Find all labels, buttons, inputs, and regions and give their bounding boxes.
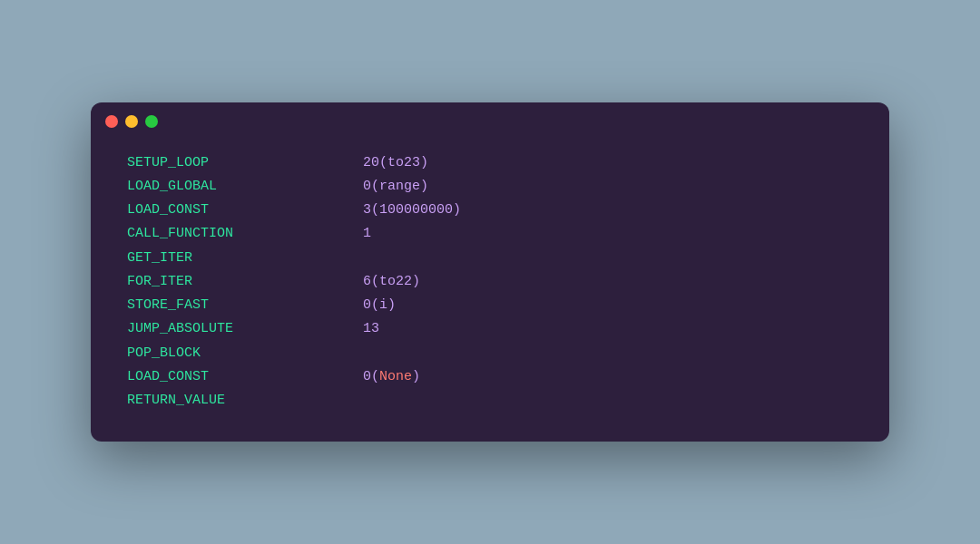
opcode-label: GET_ITER — [127, 247, 363, 270]
opcode-label: RETURN_VALUE — [127, 389, 363, 413]
opcode-label: LOAD_GLOBAL — [127, 175, 363, 199]
paren-close: ) — [453, 199, 461, 222]
paren-open: ( — [371, 294, 379, 317]
keyword-to: to — [379, 270, 396, 294]
table-row: POP_BLOCK — [127, 342, 853, 365]
paren-open: ( — [379, 151, 387, 175]
table-row: LOAD_GLOBAL 0 ( range ) — [127, 175, 853, 199]
opcode-label: LOAD_CONST — [127, 199, 363, 222]
opcode-label: JUMP_ABSOLUTE — [127, 317, 363, 341]
paren-open: ( — [371, 175, 379, 199]
opcode-label: CALL_FUNCTION — [127, 222, 363, 246]
minimize-button[interactable] — [125, 115, 138, 128]
table-row: LOAD_CONST 0 ( None ) — [127, 365, 853, 389]
opcode-label: POP_BLOCK — [127, 342, 363, 365]
terminal-window: SETUP_LOOP 20 ( to 23 ) LOAD_GLOBAL 0 ( … — [91, 102, 889, 442]
table-row: STORE_FAST 0 ( i ) — [127, 294, 853, 317]
arg-extra: 23 — [404, 151, 420, 175]
paren-open: ( — [371, 199, 379, 222]
paren-open: ( — [371, 365, 379, 389]
table-row: GET_ITER — [127, 247, 853, 270]
arg-value: 20 — [363, 151, 379, 175]
arg-name-none: None — [379, 365, 412, 389]
opcode-label: FOR_ITER — [127, 270, 363, 294]
arg-value: 6 — [363, 270, 371, 294]
table-row: LOAD_CONST 3 ( 100000000 ) — [127, 199, 853, 222]
arg-value: 0 — [363, 294, 371, 317]
arg-value: 0 — [363, 175, 371, 199]
maximize-button[interactable] — [145, 115, 158, 128]
table-row: JUMP_ABSOLUTE 13 — [127, 317, 853, 341]
arg-name: range — [379, 175, 420, 199]
opcode-label: LOAD_CONST — [127, 365, 363, 389]
code-display: SETUP_LOOP 20 ( to 23 ) LOAD_GLOBAL 0 ( … — [91, 137, 889, 442]
table-row: FOR_ITER 6 ( to 22 ) — [127, 270, 853, 294]
arg-name: i — [379, 294, 387, 317]
paren-close: ) — [387, 294, 396, 317]
arg-value: 0 — [363, 365, 371, 389]
close-button[interactable] — [105, 115, 118, 128]
table-row: SETUP_LOOP 20 ( to 23 ) — [127, 151, 853, 175]
paren-close: ) — [420, 175, 428, 199]
arg-extra: 22 — [396, 270, 412, 294]
arg-value: 3 — [363, 199, 371, 222]
titlebar — [91, 102, 889, 137]
table-row: RETURN_VALUE — [127, 389, 853, 413]
opcode-label: SETUP_LOOP — [127, 151, 363, 175]
opcode-label: STORE_FAST — [127, 294, 363, 317]
table-row: CALL_FUNCTION 1 — [127, 222, 853, 246]
keyword-to: to — [387, 151, 404, 175]
arg-value: 1 — [363, 222, 371, 246]
paren-close: ) — [412, 365, 420, 389]
arg-name: 100000000 — [379, 199, 453, 222]
paren-open: ( — [371, 270, 379, 294]
paren-close: ) — [412, 270, 420, 294]
arg-value: 13 — [363, 317, 379, 341]
paren-close: ) — [420, 151, 428, 175]
